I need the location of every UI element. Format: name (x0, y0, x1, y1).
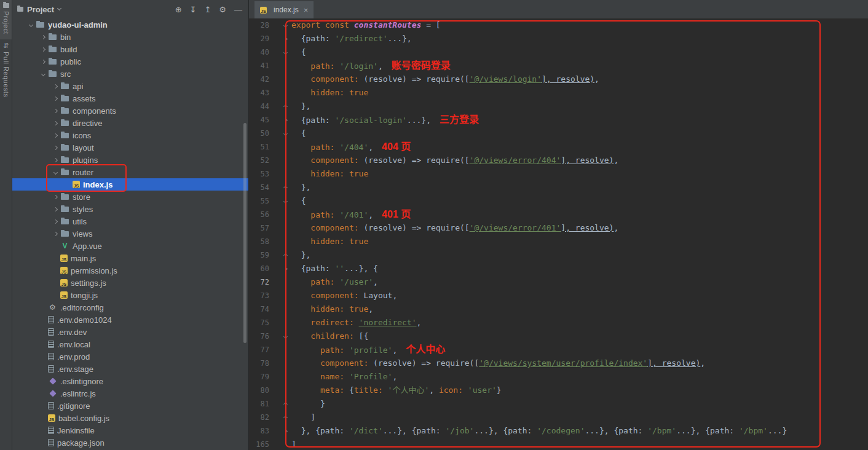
tree-item-icons[interactable]: icons (12, 129, 248, 141)
tree-item-main-js[interactable]: JSmain.js (12, 252, 248, 264)
chevron-collapsed-icon[interactable] (50, 97, 60, 100)
hide-panel-icon[interactable]: — (234, 6, 242, 14)
chevron-collapsed-icon[interactable] (50, 109, 60, 112)
fold-up-icon[interactable] (269, 186, 291, 189)
tree-item-directive[interactable]: directive (12, 117, 248, 129)
code-line-41[interactable]: 41 path: '/login',账号密码登录 (249, 59, 868, 73)
tree-item-settings-js[interactable]: JSsettings.js (12, 277, 248, 289)
chevron-collapsed-icon[interactable] (50, 134, 60, 137)
code-line-28[interactable]: 28export const constantRoutes = [ (249, 18, 868, 32)
code-line-81[interactable]: 81 } (249, 397, 868, 411)
tree-item-jenkinsfile[interactable]: Jenkinsfile (12, 424, 248, 436)
tree-item-utils[interactable]: utils (12, 215, 248, 227)
locate-file-icon[interactable]: ⊕ (175, 6, 182, 14)
tree-item-plugins[interactable]: plugins (12, 154, 248, 166)
code-line-77[interactable]: 77 path: 'profile',个人中心 (249, 343, 868, 357)
chevron-collapsed-icon[interactable] (50, 220, 60, 223)
fold-down-icon[interactable] (269, 24, 291, 27)
stripe-item-pull-requests[interactable]: ⇵ Pull Requests (0, 39, 12, 102)
tree-item-build[interactable]: build (12, 43, 248, 55)
tree-item-styles[interactable]: styles (12, 203, 248, 215)
fold-up-icon[interactable] (269, 416, 291, 419)
fold-down-icon[interactable] (269, 200, 291, 203)
code-line-57[interactable]: 57 component: (resolve) => require(['@/v… (249, 221, 868, 235)
code-line-42[interactable]: 42 component: (resolve) => require(['@/v… (249, 73, 868, 86)
tree-item-views[interactable]: views (12, 227, 248, 240)
code-line-43[interactable]: 43 hidden: true (249, 86, 868, 100)
code-line-50[interactable]: 50 { (249, 127, 868, 140)
fold-up-icon[interactable] (269, 403, 291, 406)
chevron-expanded-icon[interactable] (26, 23, 36, 26)
project-panel-title[interactable]: Project (27, 5, 54, 14)
chevron-expanded-icon[interactable] (38, 73, 48, 76)
chevron-collapsed-icon[interactable] (50, 195, 60, 199)
expand-all-icon[interactable]: ↧ (190, 6, 197, 14)
fold-right-icon[interactable] (269, 119, 291, 122)
chevron-expanded-icon[interactable] (50, 171, 60, 174)
code-line-40[interactable]: 40 { (249, 45, 868, 59)
chevron-collapsed-icon[interactable] (50, 122, 60, 125)
code-line-53[interactable]: 53 hidden: true (249, 167, 868, 181)
fold-up-icon[interactable] (269, 254, 291, 257)
collapse-all-icon[interactable]: ↥ (204, 6, 211, 14)
tree-item-assets[interactable]: assets (12, 92, 248, 105)
code-line-76[interactable]: 76 children: [{ (249, 330, 868, 343)
tree-item-bin[interactable]: bin (12, 31, 248, 43)
code-line-52[interactable]: 52 component: (resolve) => require(['@/v… (249, 154, 868, 167)
chevron-collapsed-icon[interactable] (38, 48, 48, 51)
tree-item-eslintignore[interactable]: .eslintignore (12, 375, 248, 387)
code-line-73[interactable]: 73 component: Layout, (249, 289, 868, 302)
chevron-collapsed-icon[interactable] (50, 159, 60, 162)
chevron-collapsed-icon[interactable] (50, 146, 60, 149)
tree-item-permission-js[interactable]: JSpermission.js (12, 264, 248, 277)
code-line-79[interactable]: 79 name: 'Profile', (249, 370, 868, 384)
tree-item-yudao-ui-admin[interactable]: yudao-ui-admin (12, 18, 248, 31)
code-line-83[interactable]: 83 }, {path: '/dict'...}, {path: '/job'.… (249, 424, 868, 438)
code-line-58[interactable]: 58 hidden: true (249, 235, 868, 248)
tree-item-editorconfig[interactable]: ⚙.editorconfig (12, 301, 248, 314)
code-line-54[interactable]: 54 }, (249, 181, 868, 194)
code-line-82[interactable]: 82 ] (249, 411, 868, 424)
tree-item-package-json[interactable]: package.json (12, 436, 248, 449)
fold-down-icon[interactable] (269, 335, 291, 338)
chevron-collapsed-icon[interactable] (50, 85, 60, 88)
chevron-collapsed-icon[interactable] (50, 232, 60, 235)
fold-right-icon[interactable] (269, 430, 291, 433)
code-line-78[interactable]: 78 component: (resolve) => require(['@/v… (249, 357, 868, 370)
tree-item-components[interactable]: components (12, 105, 248, 117)
fold-down-icon[interactable] (269, 51, 291, 54)
code-line-29[interactable]: 29 {path: '/redirect'...}, (249, 32, 868, 45)
code-line-165[interactable]: 165] (249, 438, 868, 450)
tree-item-index-js[interactable]: JSindex.js (12, 178, 248, 191)
fold-up-icon[interactable] (269, 105, 291, 108)
fold-right-icon[interactable] (269, 38, 291, 41)
tree-item-store[interactable]: store (12, 191, 248, 203)
tree-item-layout[interactable]: layout (12, 141, 248, 154)
tree-item-api[interactable]: api (12, 80, 248, 92)
code-line-60[interactable]: 60 {path: ''...}, { (249, 262, 868, 275)
tree-item-gitignore[interactable]: .gitignore (12, 400, 248, 412)
code-line-59[interactable]: 59 }, (249, 248, 868, 262)
chevron-down-icon[interactable] (57, 6, 61, 10)
chevron-collapsed-icon[interactable] (38, 60, 48, 63)
fold-right-icon[interactable] (269, 267, 291, 270)
code-line-72[interactable]: 72 path: '/user', (249, 275, 868, 289)
tree-item-public[interactable]: public (12, 55, 248, 68)
code-line-45[interactable]: 45 {path: '/social-login'...},三方登录 (249, 113, 868, 127)
stripe-item-project[interactable]: Project (0, 0, 12, 39)
tree-item-tongji-js[interactable]: JStongji.js (12, 289, 248, 301)
tree-item-env-local[interactable]: .env.local (12, 338, 248, 350)
code-line-80[interactable]: 80 meta: {title: '个人中心', icon: 'user'} (249, 384, 868, 397)
code-line-51[interactable]: 51 path: '/404',404 页 (249, 140, 868, 154)
code-line-56[interactable]: 56 path: '/401',401 页 (249, 208, 868, 221)
settings-gear-icon[interactable]: ⚙ (219, 6, 226, 14)
tree-item-babel-config-js[interactable]: JSbabel.config.js (12, 412, 248, 424)
tab-index-js[interactable]: JS index.js × (254, 1, 314, 18)
chevron-collapsed-icon[interactable] (50, 208, 60, 211)
tree-item-env-demo1024[interactable]: .env.demo1024 (12, 314, 248, 326)
project-tree-scrollbar[interactable] (243, 123, 247, 343)
chevron-collapsed-icon[interactable] (38, 36, 48, 39)
tree-item-router[interactable]: router (12, 166, 248, 178)
tree-item-app-vue[interactable]: VApp.vue (12, 240, 248, 252)
code-line-75[interactable]: 75 redirect: 'noredirect', (249, 316, 868, 330)
